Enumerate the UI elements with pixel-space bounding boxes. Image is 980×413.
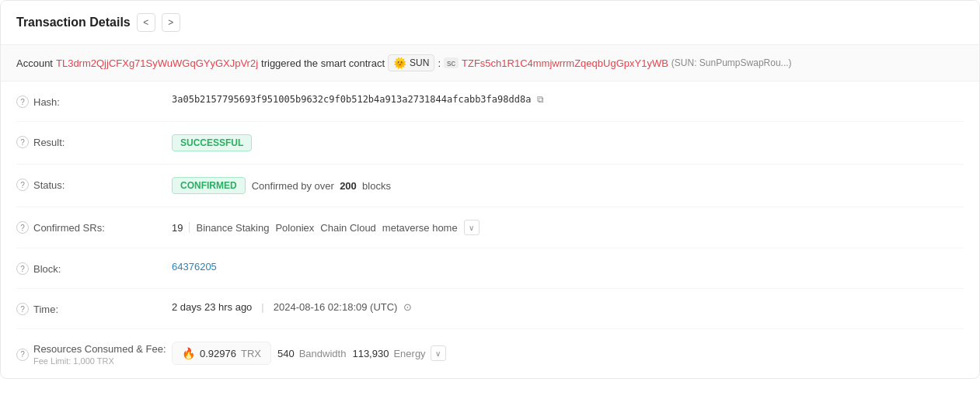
- sr-item-3: Chain Cloud: [320, 222, 376, 234]
- energy-unit: Energy: [393, 348, 425, 359]
- trx-unit: TRX: [241, 348, 261, 359]
- status-value: CONFIRMED Confirmed by over 200 blocks: [172, 177, 964, 194]
- energy-expand-icon[interactable]: ∨: [431, 345, 446, 361]
- resources-help-icon[interactable]: ?: [16, 349, 29, 361]
- sr-item-4: metaverse home: [382, 222, 458, 234]
- trx-fee-item: 🔥 0.92976 TRX: [172, 342, 271, 365]
- hash-label-text: Hash:: [33, 96, 60, 108]
- account-bar: Account TL3drm2QjjCFXg71SyWuWGqGYyGXJpVr…: [1, 45, 979, 82]
- transaction-details-panel: Transaction Details < > Account TL3drm2Q…: [0, 0, 980, 379]
- time-row: ? Time: 2 days 23 hrs ago | 2024-08-16 0…: [16, 289, 964, 329]
- confirmed-description: Confirmed by over 200 blocks: [252, 180, 391, 192]
- sun-icon: 🌞: [393, 57, 406, 69]
- contract-address-link[interactable]: TZFs5ch1R1C4mmjwrrmZqeqbUgGpxY1yWB: [462, 57, 668, 69]
- bandwidth-item: 540 Bandwidth: [277, 348, 346, 359]
- time-value: 2 days 23 hrs ago | 2024-08-16 02:18:09 …: [172, 301, 964, 313]
- nav-prev-button[interactable]: <: [137, 13, 155, 32]
- result-label: ? Result:: [16, 134, 172, 148]
- panel-header: Transaction Details < >: [1, 1, 979, 45]
- fee-limit-text: Fee Limit: 1,000 TRX: [33, 356, 166, 366]
- time-help-icon[interactable]: ?: [16, 303, 29, 315]
- time-label-text: Time:: [33, 304, 58, 315]
- contract-note: (SUN: SunPumpSwapRou...): [671, 57, 792, 68]
- srs-value: 19 Binance Staking Poloniex Chain Cloud …: [172, 220, 964, 235]
- bandwidth-unit: Bandwidth: [299, 348, 347, 359]
- hash-help-icon[interactable]: ?: [16, 95, 29, 108]
- block-number-link[interactable]: 64376205: [172, 261, 217, 272]
- hash-value: 3a05b2157795693f951005b9632c9f0b512b4a91…: [172, 94, 964, 105]
- calendar-icon[interactable]: ⊙: [403, 301, 412, 313]
- srs-expand-icon[interactable]: ∨: [464, 220, 480, 235]
- status-row: ? Status: CONFIRMED Confirmed by over 20…: [16, 165, 964, 207]
- account-address-link[interactable]: TL3drm2QjjCFXg71SyWuWGqGYyGXJpVr2j: [56, 57, 258, 69]
- hash-label: ? Hash:: [16, 94, 172, 108]
- block-value: 64376205: [172, 261, 964, 272]
- sr-item-1: Binance Staking: [196, 222, 269, 234]
- status-help-icon[interactable]: ?: [16, 179, 29, 191]
- result-badge: SUCCESSFUL: [172, 134, 252, 151]
- confirmed-badge: CONFIRMED: [172, 177, 246, 194]
- colon-separator: :: [438, 57, 441, 69]
- bandwidth-value: 540: [277, 348, 295, 359]
- trx-amount: 0.92976: [200, 348, 236, 359]
- block-label: ? Block:: [16, 261, 172, 275]
- nav-next-button[interactable]: >: [162, 13, 180, 32]
- sr-divider: [189, 222, 190, 233]
- details-rows: ? Hash: 3a05b2157795693f951005b9632c9f0b…: [1, 82, 979, 378]
- time-pipe-separator: |: [261, 301, 263, 313]
- hash-text: 3a05b2157795693f951005b9632c9f0b512b4a91…: [172, 94, 531, 105]
- block-label-text: Block:: [33, 263, 61, 275]
- account-prefix: Account: [16, 57, 53, 69]
- result-help-icon[interactable]: ?: [16, 136, 29, 148]
- srs-label: ? Confirmed SRs:: [16, 220, 172, 234]
- fire-icon: 🔥: [182, 347, 195, 359]
- srs-label-text: Confirmed SRs:: [33, 222, 105, 234]
- resources-label-text: Resources Consumed & Fee:: [33, 343, 166, 355]
- status-label: ? Status:: [16, 177, 172, 191]
- token-name: SUN: [410, 57, 429, 68]
- resources-value: 🔥 0.92976 TRX 540 Bandwidth 113,930 Ener…: [172, 342, 964, 365]
- result-label-text: Result:: [33, 137, 65, 148]
- energy-item: 113,930 Energy ∨: [352, 345, 445, 361]
- result-value: SUCCESSFUL: [172, 134, 964, 151]
- sc-badge: sc: [444, 57, 459, 68]
- time-utc: 2024-08-16 02:18:09 (UTC): [274, 301, 398, 313]
- resources-label: ? Resources Consumed & Fee: Fee Limit: 1…: [16, 342, 172, 366]
- result-row: ? Result: SUCCESSFUL: [16, 122, 964, 165]
- energy-value: 113,930: [352, 348, 389, 359]
- time-relative: 2 days 23 hrs ago: [172, 301, 252, 313]
- panel-title: Transaction Details: [16, 16, 131, 30]
- srs-help-icon[interactable]: ?: [16, 221, 29, 234]
- blocks-count: 200: [340, 180, 357, 192]
- hash-row: ? Hash: 3a05b2157795693f951005b9632c9f0b…: [16, 82, 964, 122]
- status-label-text: Status:: [33, 179, 65, 191]
- block-row: ? Block: 64376205: [16, 248, 964, 289]
- copy-icon[interactable]: ⧉: [537, 94, 544, 105]
- sr-item-2: Poloniex: [275, 222, 314, 234]
- time-label: ? Time:: [16, 301, 172, 315]
- token-label-badge: 🌞 SUN: [388, 54, 434, 71]
- sr-count: 19: [172, 222, 183, 234]
- block-help-icon[interactable]: ?: [16, 262, 29, 275]
- resources-row: ? Resources Consumed & Fee: Fee Limit: 1…: [16, 329, 964, 378]
- triggered-text: triggered the smart contract: [261, 57, 385, 69]
- confirmed-srs-row: ? Confirmed SRs: 19 Binance Staking Polo…: [16, 207, 964, 248]
